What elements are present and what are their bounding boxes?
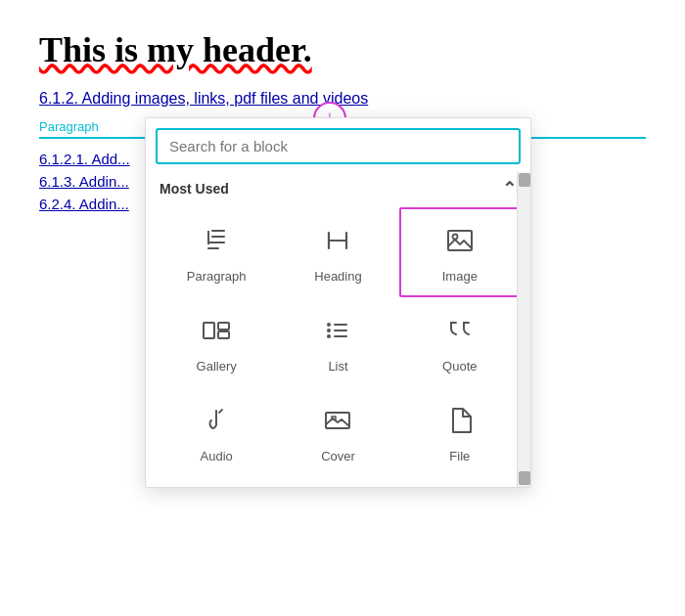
block-item-cover[interactable]: Cover (277, 387, 398, 477)
block-item-gallery[interactable]: Gallery (156, 297, 277, 387)
svg-point-5 (327, 323, 331, 327)
block-grid: Paragraph Heading Image (146, 207, 530, 487)
svg-rect-0 (448, 231, 472, 250)
audio-icon (201, 405, 232, 441)
svg-point-7 (327, 334, 331, 338)
quote-label: Quote (442, 359, 477, 374)
block-search-input[interactable] (156, 128, 521, 164)
block-item-image[interactable]: Image (399, 207, 521, 297)
image-icon (444, 225, 476, 261)
file-label: File (449, 449, 470, 463)
svg-rect-9 (332, 417, 336, 419)
file-icon (444, 405, 476, 441)
scrollbar-thumb-top[interactable] (519, 173, 530, 187)
block-item-list[interactable]: List (277, 297, 398, 387)
block-item-quote[interactable]: Quote (399, 297, 521, 387)
paragraph-icon (201, 225, 232, 261)
search-area (146, 118, 530, 164)
main-header: This is my header. (39, 29, 646, 70)
scrollbar-thumb-bottom[interactable] (519, 471, 530, 485)
most-used-label: Most Used (160, 181, 229, 197)
block-item-file[interactable]: File (399, 387, 521, 477)
cover-icon (322, 405, 353, 441)
heading-label: Heading (314, 269, 361, 284)
svg-point-1 (452, 235, 457, 240)
svg-rect-2 (204, 323, 214, 338)
svg-rect-3 (218, 323, 229, 330)
block-picker-panel: Most Used ⌃ Paragraph Heading (145, 117, 531, 488)
block-item-audio[interactable]: Audio (156, 387, 277, 477)
list-icon (322, 315, 353, 351)
list-label: List (328, 359, 347, 374)
svg-rect-4 (218, 331, 229, 338)
gallery-label: Gallery (197, 359, 237, 374)
scrollbar-track[interactable] (517, 172, 530, 487)
most-used-header: Most Used ⌃ (146, 164, 530, 207)
quote-icon (444, 315, 476, 351)
block-item-paragraph[interactable]: Paragraph (156, 207, 277, 297)
svg-point-6 (327, 329, 331, 332)
audio-label: Audio (201, 449, 233, 463)
gallery-icon (201, 315, 232, 351)
heading-icon (322, 225, 353, 261)
paragraph-label: Paragraph (187, 269, 247, 284)
paragraph-label: Paragraph (39, 119, 99, 134)
block-item-heading[interactable]: Heading (277, 207, 398, 297)
collapse-button[interactable]: ⌃ (502, 178, 517, 199)
cover-label: Cover (321, 449, 355, 463)
image-label: Image (442, 269, 478, 284)
